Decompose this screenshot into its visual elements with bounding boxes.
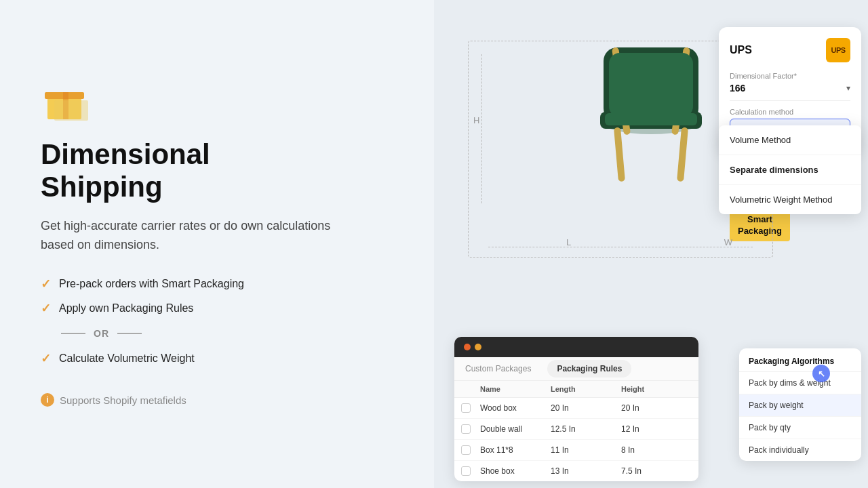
l-dimension-line: [488, 247, 753, 247]
col-height: Height: [621, 385, 692, 393]
dropdown-item-volumetric-weight[interactable]: Volumetric Weight Method: [719, 185, 861, 214]
feature-text-2: Apply own Packaging Rules: [59, 302, 193, 314]
page-title: Dimensional Shipping: [41, 138, 393, 204]
cursor-pointer: ↖: [812, 364, 831, 383]
row-height-3: 8 In: [621, 445, 692, 455]
tab-packaging-rules[interactable]: Packaging Rules: [547, 360, 631, 378]
ups-title: UPS: [730, 44, 752, 56]
info-row: i Supports Shopify metafields: [41, 393, 393, 407]
table-titlebar: [454, 337, 698, 357]
subtitle: Get high-accurate carrier rates or do ow…: [41, 217, 332, 255]
titlebar-dot-minimize: [475, 344, 481, 350]
right-panel: → H L W Volumetric Weight: [434, 0, 868, 488]
calc-method-label: Calculation method: [730, 108, 850, 116]
row-height-4: 7.5 In: [621, 466, 692, 476]
svg-rect-3: [54, 100, 88, 121]
algo-item-individually[interactable]: Pack individually: [739, 439, 861, 461]
packaging-algorithms-card: Packaging Algorithms Pack by dims & weig…: [739, 348, 861, 461]
ups-card-header: UPS UPS: [730, 38, 850, 62]
row-length-2: 12.5 In: [551, 424, 621, 434]
dim-factor-row: 166 ▾: [730, 83, 850, 101]
col-checkbox: [461, 385, 480, 393]
or-divider: OR: [41, 328, 393, 339]
info-text: Supports Shopify metafields: [60, 394, 186, 406]
algo-item-weight[interactable]: Pack by weight: [739, 394, 861, 417]
dim-factor-arrow-icon[interactable]: ▾: [846, 83, 850, 93]
table-row: Double wall 12.5 In 12 In: [454, 419, 698, 440]
check-icon-3: ✓: [41, 351, 51, 366]
row-length-3: 11 In: [551, 445, 621, 455]
table-row: Wood box 20 In 20 In: [454, 398, 698, 419]
row-checkbox-4[interactable]: [461, 466, 471, 476]
table-tabs: Custom Packages Packaging Rules: [454, 357, 698, 381]
dim-label-w: W: [724, 237, 732, 247]
check-icon-2: ✓: [41, 301, 51, 316]
tab-custom-packages[interactable]: Custom Packages: [454, 357, 542, 380]
row-length-4: 13 In: [551, 466, 621, 476]
algo-item-qty[interactable]: Pack by qty: [739, 417, 861, 439]
feature-text-3: Calculate Volumetric Weight: [59, 352, 195, 365]
dim-factor-value: 166: [730, 83, 745, 94]
row-name-3: Box 11*8: [480, 445, 551, 455]
dim-label-h: H: [473, 115, 479, 125]
info-icon: i: [41, 393, 54, 407]
table-header: Name Length Height: [454, 381, 698, 398]
row-name-4: Shoe box: [480, 466, 551, 476]
col-length: Length: [551, 385, 621, 393]
row-height-1: 20 In: [621, 403, 692, 413]
row-height-2: 12 In: [621, 424, 692, 434]
dropdown-item-separate-dimensions[interactable]: Separate dimensions: [719, 155, 861, 185]
row-checkbox-1[interactable]: [461, 403, 471, 413]
table-row: Box 11*8 11 In 8 In: [454, 440, 698, 461]
feature-item-1: ✓ Pre-pack orders with Smart Packaging: [41, 277, 393, 291]
algo-card-title: Packaging Algorithms: [739, 348, 861, 372]
row-checkbox-2[interactable]: [461, 424, 471, 434]
table-row: Shoe box 13 In 7.5 In: [454, 461, 698, 481]
row-name-2: Double wall: [480, 424, 551, 434]
check-icon-1: ✓: [41, 277, 51, 291]
row-name-1: Wood box: [480, 403, 551, 413]
or-line-left: [61, 333, 85, 334]
or-line-right: [117, 333, 142, 334]
ups-logo: UPS: [826, 38, 850, 62]
h-dimension-line: [481, 54, 483, 203]
row-checkbox-3[interactable]: [461, 445, 471, 455]
or-label: OR: [94, 328, 109, 339]
left-panel: Dimensional Shipping Get high-accurate c…: [0, 0, 434, 488]
dim-factor-label: Dimensional Factor*: [730, 72, 850, 80]
features-list: ✓ Pre-pack orders with Smart Packaging ✓…: [41, 277, 393, 366]
dropdown-item-volume-method[interactable]: Volume Method: [719, 125, 861, 155]
algo-item-dims-weight[interactable]: Pack by dims & weight: [739, 372, 861, 394]
feature-item-2: ✓ Apply own Packaging Rules: [41, 301, 393, 316]
row-length-1: 20 In: [551, 403, 621, 413]
dim-label-l: L: [566, 237, 571, 247]
calculation-method-dropdown-menu[interactable]: Volume Method Separate dimensions Volume…: [719, 125, 861, 214]
titlebar-dot-close: [464, 344, 471, 350]
feature-item-3: ✓ Calculate Volumetric Weight: [41, 351, 393, 366]
packages-table-card: Custom Packages Packaging Rules Name Len…: [454, 337, 698, 481]
svg-text:↖: ↖: [818, 369, 825, 379]
col-name: Name: [480, 385, 551, 393]
feature-text-1: Pre-pack orders with Smart Packaging: [59, 278, 244, 290]
box-icon: [41, 81, 95, 122]
